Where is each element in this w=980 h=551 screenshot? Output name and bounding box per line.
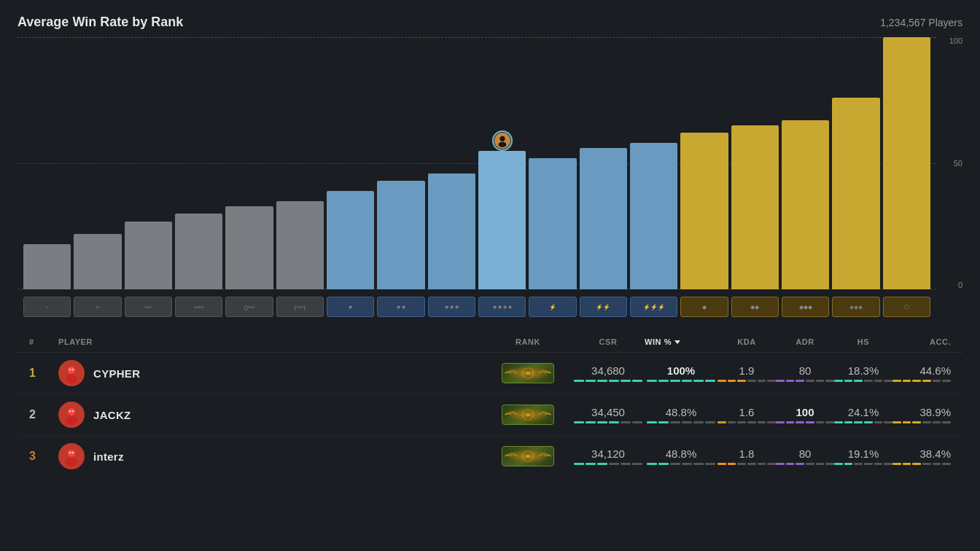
svg-point-1 xyxy=(498,142,506,147)
player-avatar-1 xyxy=(58,360,85,386)
rank-badge-img-1 xyxy=(502,363,554,383)
player-name-3: interz xyxy=(93,450,124,463)
hs-3-bars xyxy=(834,463,892,465)
bar-group-1 xyxy=(74,37,121,289)
bar-13 xyxy=(680,133,728,289)
bar-group-11 xyxy=(580,37,627,289)
bar-group-7 xyxy=(377,37,424,289)
col-header-hs: HS xyxy=(834,337,892,346)
chart-title: Average Win Rate by Rank xyxy=(18,15,183,30)
svg-point-6 xyxy=(523,368,533,378)
player-avatar-3 xyxy=(58,443,85,469)
bar-2 xyxy=(125,222,172,289)
player-cell-2: JACKZ xyxy=(58,402,484,428)
bar-avatar xyxy=(492,130,513,151)
kda-2-bars xyxy=(718,421,776,423)
rank-icon-17: ⬡ xyxy=(883,297,930,317)
rank-badge-3 xyxy=(484,446,572,466)
col-header-kda: KDA xyxy=(718,337,776,346)
bar-0 xyxy=(23,244,71,289)
bar-group-8 xyxy=(428,37,475,289)
player-rank-num-3: 3 xyxy=(29,450,58,463)
player-name-2: JACKZ xyxy=(93,409,131,421)
svg-point-19 xyxy=(524,453,532,460)
svg-point-11 xyxy=(72,410,74,413)
bar-group-15 xyxy=(782,37,829,289)
hs-3: 19.1% xyxy=(834,448,892,465)
table-header: # PLAYER RANK CSR WIN % KDA ADR HS ACC. xyxy=(18,332,962,353)
rank-icon-11: ⚡⚡ xyxy=(580,297,627,317)
svg-point-9 xyxy=(66,416,77,425)
csr-1-bars xyxy=(572,380,645,382)
rank-badge-1 xyxy=(484,363,572,383)
player-cell-3: interz xyxy=(58,443,484,469)
svg-point-16 xyxy=(69,452,71,454)
svg-point-13 xyxy=(524,411,532,418)
hs-2: 24.1% xyxy=(834,406,892,423)
win-1-bars xyxy=(645,380,718,382)
rank-icons-row: ›»›»›»»»()»»(›»›)★★★★★★★★★★⚡⚡⚡⚡⚡⚡◆◆◆◆◆◆◈… xyxy=(18,292,936,321)
table-section: # PLAYER RANK CSR WIN % KDA ADR HS ACC. … xyxy=(18,332,962,477)
rank-icon-9: ★★★★ xyxy=(478,297,526,317)
rank-badge-2 xyxy=(484,405,572,425)
win-3: 48.8% xyxy=(645,448,718,465)
player-rank-num-2: 2 xyxy=(29,408,58,421)
y-label-50: 50 xyxy=(954,160,962,168)
bar-group-14 xyxy=(731,37,779,289)
adr-3-bars xyxy=(776,463,834,465)
rank-icon-13: ◆ xyxy=(680,297,728,317)
bar-group-17 xyxy=(883,37,930,289)
y-axis: 100 50 0 xyxy=(936,37,962,289)
bar-group-9 xyxy=(478,37,526,289)
rank-icon-10: ⚡ xyxy=(529,297,576,317)
acc-3-bars xyxy=(892,463,951,465)
svg-point-15 xyxy=(66,458,77,466)
chart-header: Average Win Rate by Rank 1,234,567 Playe… xyxy=(18,15,962,30)
kda-2: 1.6 xyxy=(718,406,776,423)
bar-1 xyxy=(74,234,121,289)
bar-group-10 xyxy=(529,37,576,289)
bar-10 xyxy=(529,158,576,289)
csr-1: 34,680 xyxy=(572,364,645,382)
rank-icon-14: ◆◆ xyxy=(731,297,779,317)
rank-icon-7: ★★ xyxy=(377,297,424,317)
col-header-rank: RANK xyxy=(484,337,572,346)
csr-2: 34,450 xyxy=(572,406,645,423)
rank-icon-16: ◈◈◈ xyxy=(832,297,879,317)
table-row-1: 1 CYPHER 34,680100%1.98018.3%44.6% xyxy=(18,353,962,394)
table-row-3: 3 interz 34,12048.8%1.88019.1%38.4% xyxy=(18,436,962,477)
col-header-csr: CSR xyxy=(572,337,645,346)
svg-point-2 xyxy=(68,367,75,374)
col-header-player: PLAYER xyxy=(58,337,484,346)
svg-point-8 xyxy=(68,408,75,415)
svg-point-10 xyxy=(69,410,71,413)
rank-icon-12: ⚡⚡⚡ xyxy=(630,297,677,317)
rank-icon-5: (›»›) xyxy=(276,297,324,317)
bar-11 xyxy=(580,148,627,289)
csr-2-bars xyxy=(572,421,645,423)
hs-2-bars xyxy=(834,421,892,423)
acc-1: 44.6% xyxy=(892,364,951,382)
bar-group-13 xyxy=(680,37,728,289)
csr-3: 34,120 xyxy=(572,448,645,465)
svg-point-12 xyxy=(523,410,533,420)
bar-5 xyxy=(276,201,324,289)
csr-3-bars xyxy=(572,463,645,465)
bar-12 xyxy=(630,143,677,289)
acc-3: 38.4% xyxy=(892,448,951,465)
bar-17 xyxy=(883,37,930,289)
col-header-rank-num: # xyxy=(29,337,58,346)
svg-point-17 xyxy=(72,452,74,454)
bar-3 xyxy=(175,214,222,289)
sort-icon xyxy=(674,340,680,344)
player-rank-num-1: 1 xyxy=(29,367,58,380)
svg-point-3 xyxy=(66,375,77,383)
acc-2: 38.9% xyxy=(892,406,951,423)
table-row-2: 2 JACKZ 34,45048.8%1.610024.1%38.9% xyxy=(18,394,962,436)
rank-icon-6: ★ xyxy=(327,297,374,317)
adr-2-bars xyxy=(776,421,834,423)
acc-2-bars xyxy=(892,421,951,423)
win-1: 100% xyxy=(645,364,718,382)
kda-1-bars xyxy=(718,380,776,382)
bar-15 xyxy=(782,120,829,289)
